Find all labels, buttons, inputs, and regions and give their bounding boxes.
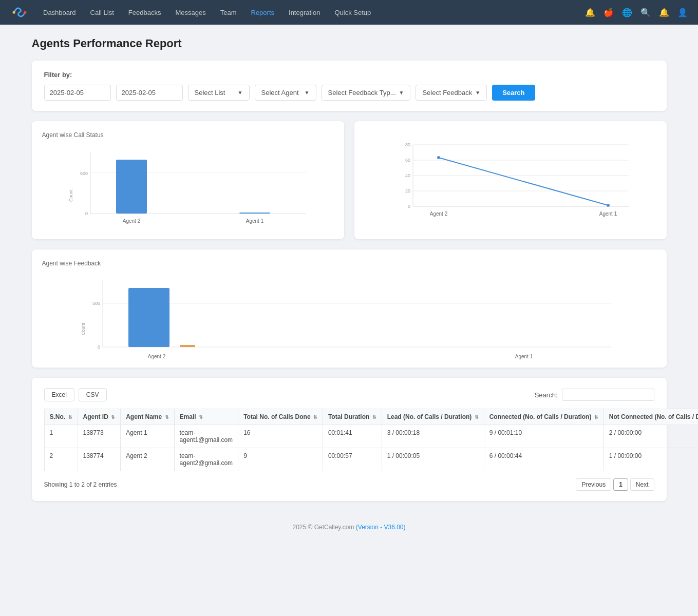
svg-text:Count: Count: [81, 323, 86, 336]
line-chart-svg: 0 20 40 60 80 Agen: [365, 140, 656, 222]
select-agent-dropdown[interactable]: Select Agent ▼: [255, 85, 316, 101]
table-toolbar: Excel CSV Search:: [44, 388, 654, 401]
svg-rect-8: [116, 160, 147, 214]
col-connected: Connected (No. of Calls / Duration) ⇅: [484, 409, 603, 425]
bar-chart-wrap: 0 500 Agent 2 Agent 1 Count: [42, 147, 334, 229]
prev-button[interactable]: Previous: [576, 478, 611, 491]
select-agent-caret: ▼: [305, 90, 310, 95]
svg-rect-35: [180, 345, 195, 347]
nav-team[interactable]: Team: [214, 6, 243, 20]
col-sno: S.No. ⇅: [44, 409, 78, 425]
pagination-controls: Previous 1 Next: [576, 478, 654, 491]
cell-agentid-1: 138773: [78, 425, 121, 448]
nav-reports[interactable]: Reports: [245, 6, 281, 20]
line-chart-card: 0 20 40 60 80 Agen: [354, 121, 667, 239]
navbar: Dashboard Call List Feedbacks Messages T…: [0, 0, 698, 25]
table-row: 1 138773 Agent 1 team-agent1@gmail.com 1…: [44, 425, 698, 448]
search-icon[interactable]: 🔍: [640, 8, 651, 17]
sort-icon-name[interactable]: ⇅: [165, 415, 169, 420]
nav-icons: 🔔 🍎 🌐 🔍 🔔 👤: [585, 8, 688, 17]
sort-icon-duration[interactable]: ⇅: [372, 415, 376, 420]
alert-icon[interactable]: 🔔: [659, 8, 669, 17]
footer-text: 2025 © GetCalley.com: [292, 524, 354, 531]
col-total-calls: Total No. of Calls Done ⇅: [238, 409, 323, 425]
nav-links: Dashboard Call List Feedbacks Messages T…: [37, 6, 585, 20]
cell-sno-1: 1: [44, 425, 78, 448]
nav-quicksetup[interactable]: Quick Setup: [328, 6, 377, 20]
feedback-chart-title: Agent wise Feedback: [42, 260, 656, 267]
feedback-caret: ▼: [475, 90, 480, 95]
sort-icon-email[interactable]: ⇅: [199, 415, 203, 420]
footer: 2025 © GetCalley.com (Version - V36.00): [0, 513, 698, 541]
date-to-input[interactable]: [116, 85, 183, 101]
svg-text:Agent 1: Agent 1: [599, 211, 617, 217]
nav-calllist[interactable]: Call List: [84, 6, 120, 20]
svg-point-25: [437, 156, 440, 159]
filter-row: Select List ▼ Select Agent ▼ Select Feed…: [44, 85, 654, 101]
footer-version[interactable]: (Version - V36.00): [356, 524, 406, 531]
notification-icon[interactable]: 🔔: [585, 8, 595, 17]
page-1-button[interactable]: 1: [613, 478, 628, 491]
nav-dashboard[interactable]: Dashboard: [37, 6, 82, 20]
next-button[interactable]: Next: [630, 478, 654, 491]
search-button[interactable]: Search: [492, 85, 535, 101]
select-feedback-dropdown[interactable]: Select Feedback ▼: [416, 85, 487, 101]
svg-text:Count: Count: [68, 189, 73, 202]
cell-totalcalls-2: 9: [238, 448, 323, 471]
nav-integration[interactable]: Integration: [282, 6, 326, 20]
col-email: Email ⇅: [174, 409, 238, 425]
cell-agentname-2: Agent 2: [121, 448, 174, 471]
logo-icon: [10, 3, 29, 22]
svg-text:500: 500: [80, 171, 87, 176]
pagination-row: Showing 1 to 2 of 2 entries Previous 1 N…: [44, 478, 654, 491]
nav-messages[interactable]: Messages: [169, 6, 212, 20]
globe-icon[interactable]: 🌐: [622, 8, 632, 17]
user-icon[interactable]: 👤: [677, 8, 688, 17]
table-search-input[interactable]: [562, 389, 654, 401]
data-table: S.No. ⇅ Agent ID ⇅ Agent Name ⇅ Email ⇅ …: [44, 409, 699, 471]
csv-button[interactable]: CSV: [79, 388, 107, 401]
svg-text:80: 80: [405, 142, 410, 147]
table-header: S.No. ⇅ Agent ID ⇅ Agent Name ⇅ Email ⇅ …: [44, 409, 698, 425]
filter-card: Filter by: Select List ▼ Select Agent ▼ …: [32, 61, 667, 111]
svg-text:Agent 1: Agent 1: [246, 218, 263, 224]
sort-icon-sno[interactable]: ⇅: [68, 415, 72, 420]
feedback-chart-svg: 0 500 Agent 2 Agent 1 Count: [42, 275, 656, 368]
col-total-duration: Total Duration ⇅: [323, 409, 382, 425]
svg-rect-34: [128, 288, 169, 347]
excel-button[interactable]: Excel: [44, 388, 74, 401]
svg-text:0: 0: [85, 211, 87, 216]
bar-chart-svg: 0 500 Agent 2 Agent 1 Count: [42, 147, 334, 229]
cell-email-2: team-agent2@gmail.com: [174, 448, 238, 471]
table-search-row: Search:: [535, 389, 654, 401]
page-content: Agents Performance Report Filter by: Sel…: [15, 25, 683, 513]
cell-sno-2: 2: [44, 448, 78, 471]
date-from-input[interactable]: [44, 85, 111, 101]
table-row: 2 138774 Agent 2 team-agent2@gmail.com 9…: [44, 448, 698, 471]
svg-point-26: [607, 204, 610, 207]
sort-icon-calls[interactable]: ⇅: [313, 415, 317, 420]
col-agent-id: Agent ID ⇅: [78, 409, 121, 425]
cell-totalcalls-1: 16: [238, 425, 323, 448]
select-list-dropdown[interactable]: Select List ▼: [188, 85, 250, 101]
cell-lead-2: 1 / 00:00:05: [382, 448, 484, 471]
cell-connected-2: 6 / 00:00:44: [484, 448, 603, 471]
svg-text:Agent 2: Agent 2: [147, 354, 165, 359]
select-feedback-type-dropdown[interactable]: Select Feedback Typ... ▼: [322, 85, 411, 101]
table-card: Excel CSV Search: S.No. ⇅ Agent ID ⇅ Age…: [32, 378, 667, 501]
feedback-chart-card: Agent wise Feedback 0 500 Agent 2 Agent …: [32, 249, 667, 368]
table-buttons: Excel CSV: [44, 388, 107, 401]
showing-text: Showing 1 to 2 of 2 entries: [44, 481, 117, 488]
nav-feedbacks[interactable]: Feedbacks: [122, 6, 167, 20]
sort-icon-lead[interactable]: ⇅: [475, 415, 479, 420]
svg-text:40: 40: [405, 173, 410, 178]
cell-notconnected-1: 2 / 00:00:00: [603, 425, 698, 448]
bar-chart-card: Agent wise Call Status 0 500 Agen: [32, 121, 344, 239]
select-list-caret: ▼: [238, 90, 243, 95]
sort-icon-agentid[interactable]: ⇅: [111, 415, 115, 420]
cell-connected-1: 9 / 00:01:10: [484, 425, 603, 448]
apple-icon[interactable]: 🍎: [603, 8, 614, 17]
bar-chart-title: Agent wise Call Status: [42, 131, 334, 139]
sort-icon-connected[interactable]: ⇅: [594, 415, 598, 420]
cell-totalduration-2: 00:00:57: [323, 448, 382, 471]
